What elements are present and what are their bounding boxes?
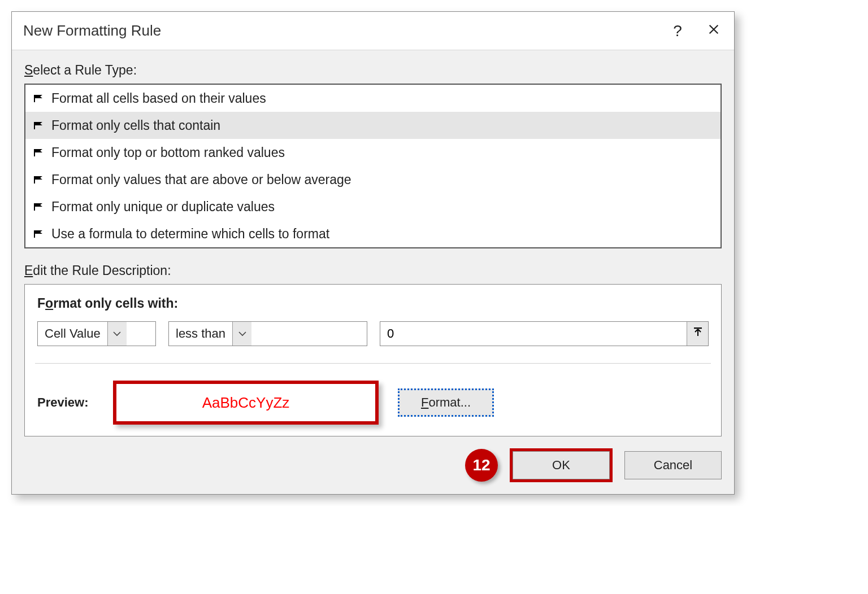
rule-type-list[interactable]: Format all cells based on their valuesFo… bbox=[24, 84, 722, 248]
format-button[interactable]: Format... bbox=[398, 388, 494, 417]
edit-rule-description-label: Edit the Rule Description: bbox=[24, 263, 722, 278]
svg-rect-0 bbox=[694, 327, 702, 329]
close-icon bbox=[708, 23, 720, 39]
chevron-down-icon bbox=[232, 322, 251, 346]
criteria-row: Cell Value less than bbox=[37, 321, 709, 346]
comparison-operator-value: less than bbox=[169, 326, 232, 341]
close-button[interactable] bbox=[696, 19, 732, 43]
dialog-body: Select a Rule Type: Format all cells bas… bbox=[12, 50, 734, 494]
comparison-value-input[interactable] bbox=[380, 322, 687, 346]
rule-type-label: Format only top or bottom ranked values bbox=[51, 141, 285, 164]
flag-icon bbox=[33, 202, 45, 211]
ok-button[interactable]: OK bbox=[513, 451, 610, 479]
rule-type-label: Use a formula to determine which cells t… bbox=[51, 222, 329, 245]
flag-icon bbox=[33, 121, 45, 130]
rule-type-item[interactable]: Use a formula to determine which cells t… bbox=[25, 220, 721, 247]
criteria-header: Format only cells with: bbox=[37, 296, 709, 311]
rule-type-item[interactable]: Format only top or bottom ranked values bbox=[25, 139, 721, 166]
rule-type-label: Format only values that are above or bel… bbox=[51, 168, 351, 191]
flag-icon bbox=[33, 148, 45, 157]
rule-type-item[interactable]: Format only unique or duplicate values bbox=[25, 193, 721, 220]
dialog-footer: 12 OK Cancel bbox=[24, 449, 722, 482]
comparison-value-field[interactable] bbox=[380, 321, 709, 346]
new-formatting-rule-dialog: New Formatting Rule ? Select a Rule Type… bbox=[11, 11, 735, 495]
rule-type-item[interactable]: Format only values that are above or bel… bbox=[25, 166, 721, 193]
titlebar: New Formatting Rule ? bbox=[12, 12, 734, 50]
range-selector-button[interactable] bbox=[687, 322, 708, 346]
help-icon: ? bbox=[673, 22, 682, 40]
criteria-type-combo[interactable]: Cell Value bbox=[37, 321, 156, 346]
chevron-down-icon bbox=[107, 322, 127, 346]
comparison-operator-combo[interactable]: less than bbox=[168, 321, 367, 346]
divider bbox=[35, 363, 711, 364]
format-preview: AaBbCcYyZz bbox=[113, 381, 379, 425]
flag-icon bbox=[33, 175, 45, 184]
preview-sample-text: AaBbCcYyZz bbox=[202, 394, 290, 412]
criteria-type-value: Cell Value bbox=[38, 326, 107, 341]
step-badge: 12 bbox=[465, 449, 498, 482]
rule-type-label: Format only unique or duplicate values bbox=[51, 195, 275, 218]
rule-type-item[interactable]: Format only cells that contain bbox=[25, 112, 721, 139]
flag-icon bbox=[33, 229, 45, 238]
dialog-title: New Formatting Rule bbox=[23, 22, 659, 40]
select-rule-type-label: Select a Rule Type: bbox=[24, 63, 722, 78]
preview-row: Preview: AaBbCcYyZz Format... bbox=[37, 381, 709, 425]
help-button[interactable]: ? bbox=[659, 19, 696, 43]
rule-type-label: Format only cells that contain bbox=[51, 114, 220, 137]
rule-type-label: Format all cells based on their values bbox=[51, 87, 266, 110]
rule-type-item[interactable]: Format all cells based on their values bbox=[25, 85, 721, 112]
rule-description-box: Format only cells with: Cell Value less … bbox=[24, 284, 722, 436]
cancel-button[interactable]: Cancel bbox=[624, 451, 722, 479]
range-selector-icon bbox=[693, 326, 703, 341]
flag-icon bbox=[33, 94, 45, 103]
preview-label: Preview: bbox=[37, 395, 99, 410]
